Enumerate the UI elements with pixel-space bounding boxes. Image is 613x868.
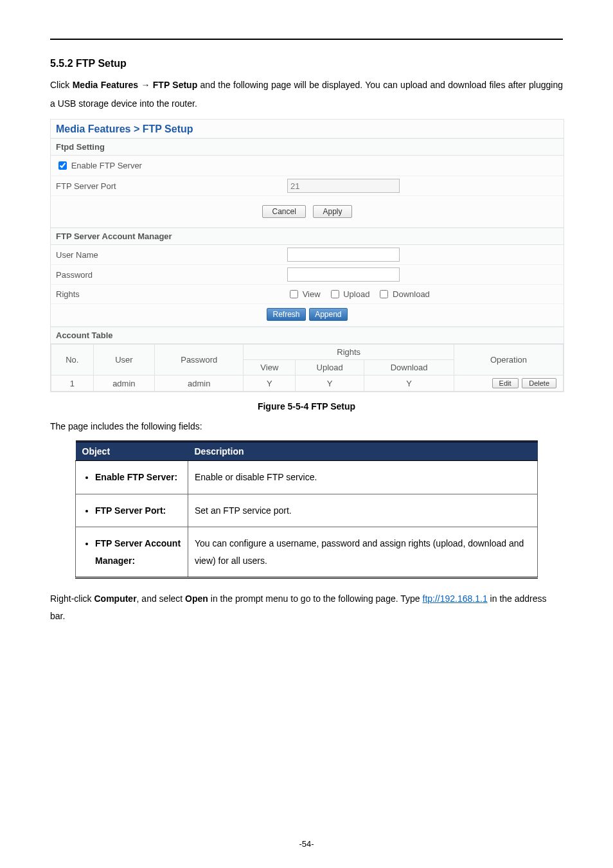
- intro-paragraph: Click Media Features → FTP Setup and the…: [50, 76, 563, 113]
- th-no: No.: [51, 345, 94, 375]
- objdesc-desc-1: Set an FTP service port.: [188, 494, 538, 527]
- ftp-link[interactable]: ftp://192.168.1.1: [423, 593, 488, 604]
- rights-label: Rights: [56, 289, 287, 299]
- objdesc-desc-2: You can configure a username, password a…: [188, 527, 538, 578]
- th-rights: Rights: [244, 345, 454, 360]
- cancel-button[interactable]: Cancel: [262, 205, 305, 218]
- object-description-table: Object Description Enable FTP Server: En…: [75, 440, 538, 579]
- rights-download[interactable]: Download: [377, 288, 429, 300]
- enable-ftp-text: Enable FTP Server: [71, 161, 142, 170]
- post-b1: Computer: [94, 593, 136, 604]
- cell-password: admin: [155, 375, 244, 392]
- rights-upload-checkbox[interactable]: [331, 290, 339, 298]
- objdesc-h2: Description: [188, 441, 538, 460]
- password-input[interactable]: [287, 267, 400, 282]
- objdesc-obj-2: FTP Server Account Manager:: [95, 535, 181, 569]
- refresh-button[interactable]: Refresh: [267, 308, 305, 321]
- section-heading: 5.5.2 FTP Setup: [50, 58, 563, 69]
- account-manager-label: FTP Server Account Manager: [51, 228, 564, 245]
- ftp-port-input[interactable]: [287, 179, 400, 193]
- username-input[interactable]: [287, 248, 400, 262]
- rights-download-text: Download: [393, 289, 430, 299]
- rights-view-checkbox[interactable]: [290, 290, 298, 298]
- intro-arrow: →: [138, 80, 153, 90]
- apply-button[interactable]: Apply: [313, 205, 351, 218]
- rights-view[interactable]: View: [287, 288, 321, 300]
- enable-ftp-label[interactable]: Enable FTP Server: [56, 161, 142, 170]
- cell-view: Y: [244, 375, 296, 392]
- rights-download-checkbox[interactable]: [380, 290, 388, 298]
- fields-intro: The page includes the following fields:: [50, 418, 563, 435]
- append-button[interactable]: Append: [309, 308, 347, 321]
- objdesc-desc-0: Enable or disable FTP service.: [188, 460, 538, 494]
- page-number: -54-: [0, 839, 613, 849]
- ftpd-setting-label: Ftpd Setting: [51, 138, 564, 156]
- rights-upload-text: Upload: [343, 289, 369, 299]
- password-label: Password: [56, 270, 287, 280]
- figure-caption: Figure 5-5-4 FTP Setup: [50, 401, 563, 411]
- th-operation: Operation: [454, 345, 564, 375]
- post-paragraph: Right-click Computer, and select Open in…: [50, 590, 563, 624]
- account-table: No. User Password Rights Operation View …: [51, 344, 564, 392]
- delete-button[interactable]: Delete: [522, 378, 556, 388]
- post-b2: Open: [185, 593, 208, 604]
- th-download: Download: [364, 360, 454, 375]
- intro-bold-1: Media Features: [73, 80, 138, 90]
- intro-pre: Click: [50, 80, 73, 90]
- th-password: Password: [155, 345, 244, 375]
- ftp-port-label: FTP Server Port: [56, 181, 287, 191]
- th-upload: Upload: [296, 360, 364, 375]
- cell-user: admin: [93, 375, 155, 392]
- cell-upload: Y: [296, 375, 364, 392]
- th-view: View: [244, 360, 296, 375]
- cell-no: 1: [51, 375, 94, 392]
- objdesc-obj-0: Enable FTP Server:: [95, 469, 181, 486]
- rights-view-text: View: [303, 289, 321, 299]
- intro-bold-2: FTP Setup: [153, 80, 197, 90]
- cell-download: Y: [364, 375, 454, 392]
- post-mid2: in the prompt menu to go to the followin…: [208, 593, 423, 604]
- username-label: User Name: [56, 250, 287, 260]
- post-pre: Right-click: [50, 593, 94, 604]
- panel-breadcrumb: Media Features > FTP Setup: [51, 120, 564, 138]
- th-user: User: [93, 345, 155, 375]
- objdesc-obj-1: FTP Server Port:: [95, 502, 181, 520]
- edit-button[interactable]: Edit: [492, 378, 519, 388]
- post-mid1: , and select: [137, 593, 186, 604]
- account-table-label: Account Table: [51, 327, 564, 344]
- objdesc-h1: Object: [76, 441, 188, 460]
- enable-ftp-checkbox[interactable]: [58, 161, 67, 170]
- rights-upload[interactable]: Upload: [328, 288, 370, 300]
- ftp-setup-panel: Media Features > FTP Setup Ftpd Setting …: [50, 119, 564, 392]
- table-row: 1 admin admin Y Y Y Edit Delete: [51, 375, 564, 392]
